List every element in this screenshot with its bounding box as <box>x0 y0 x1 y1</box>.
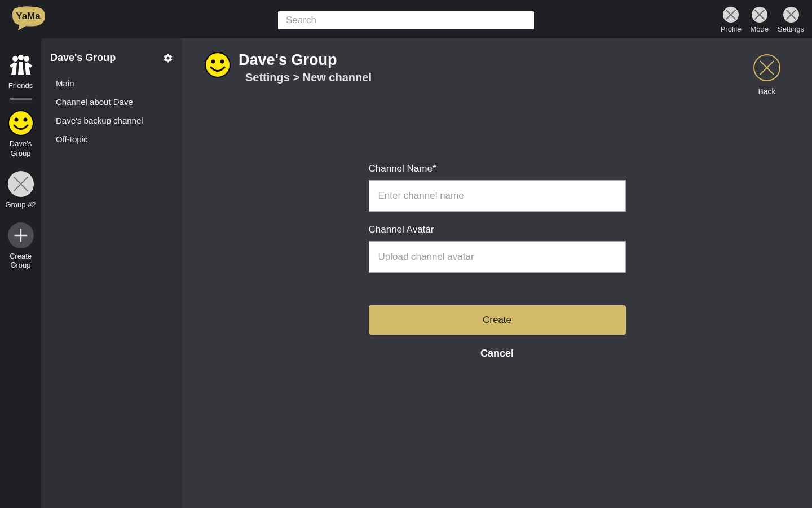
svg-point-4 <box>8 111 33 135</box>
top-bar: YaMa Profile Mode Settings <box>0 0 812 38</box>
channel-item[interactable]: Channel about Dave <box>50 93 173 111</box>
main-header: Dave's Group Settings > New channel <box>205 52 789 84</box>
breadcrumb: Settings > New channel <box>245 71 372 84</box>
group-avatar <box>205 52 231 78</box>
friends-icon <box>8 52 34 78</box>
mode-label: Mode <box>750 25 769 33</box>
back-button[interactable]: Back <box>753 54 780 96</box>
channel-item[interactable]: Main <box>50 74 173 93</box>
svg-point-9 <box>220 60 224 64</box>
channel-avatar-input[interactable] <box>369 241 626 273</box>
gear-icon[interactable] <box>163 53 173 63</box>
rail-group-daves[interactable]: Dave's Group <box>0 110 41 159</box>
profile-label: Profile <box>721 25 742 33</box>
profile-button[interactable]: Profile <box>721 7 742 33</box>
topright-nav: Profile Mode Settings <box>721 7 804 33</box>
group-rail: Friends Dave's Group Group #2 <box>0 38 41 508</box>
channel-name-label: Channel Name* <box>369 163 626 174</box>
sidebar-title: Dave's Group <box>50 52 116 64</box>
rail-group-2-label: Group #2 <box>5 200 36 210</box>
smiley-icon <box>8 110 34 136</box>
channel-item[interactable]: Off-topic <box>50 130 173 148</box>
rail-create-group[interactable]: Create Group <box>0 222 41 271</box>
channel-item[interactable]: Dave's backup channel <box>50 111 173 130</box>
rail-group-daves-label: Dave's Group <box>0 139 41 159</box>
channel-sidebar: Dave's Group Main Channel about Dave Dav… <box>41 38 182 508</box>
main-content: Dave's Group Settings > New channel Back… <box>182 38 812 508</box>
svg-point-8 <box>211 60 215 64</box>
rail-group-2[interactable]: Group #2 <box>0 171 41 210</box>
back-label: Back <box>758 87 775 96</box>
svg-point-6 <box>23 117 27 121</box>
search-input[interactable] <box>278 11 534 29</box>
create-button[interactable]: Create <box>369 305 626 335</box>
rail-friends-label: Friends <box>8 81 33 91</box>
logo: YaMa <box>11 6 46 33</box>
new-channel-form: Channel Name* Channel Avatar Create Canc… <box>369 163 626 366</box>
channel-name-input[interactable] <box>369 180 626 212</box>
channel-list: Main Channel about Dave Dave's backup ch… <box>50 74 173 148</box>
settings-button[interactable]: Settings <box>778 7 804 33</box>
page-title: Dave's Group <box>239 52 372 69</box>
rail-friends[interactable]: Friends <box>0 52 41 91</box>
settings-icon <box>783 7 799 23</box>
profile-icon <box>723 7 739 23</box>
svg-point-5 <box>14 117 18 121</box>
plus-icon <box>8 222 34 248</box>
rail-divider <box>10 98 32 100</box>
svg-point-3 <box>24 56 29 62</box>
mode-icon <box>752 7 767 23</box>
svg-text:YaMa: YaMa <box>16 11 41 21</box>
svg-point-1 <box>12 56 18 62</box>
channel-avatar-label: Channel Avatar <box>369 224 626 235</box>
mode-button[interactable]: Mode <box>750 7 769 33</box>
svg-point-7 <box>205 52 230 77</box>
rail-create-group-label: Create Group <box>0 252 41 271</box>
cancel-button[interactable]: Cancel <box>369 341 626 366</box>
settings-label: Settings <box>778 25 804 33</box>
close-icon <box>753 54 780 81</box>
placeholder-icon <box>8 171 34 197</box>
svg-point-2 <box>18 55 24 60</box>
